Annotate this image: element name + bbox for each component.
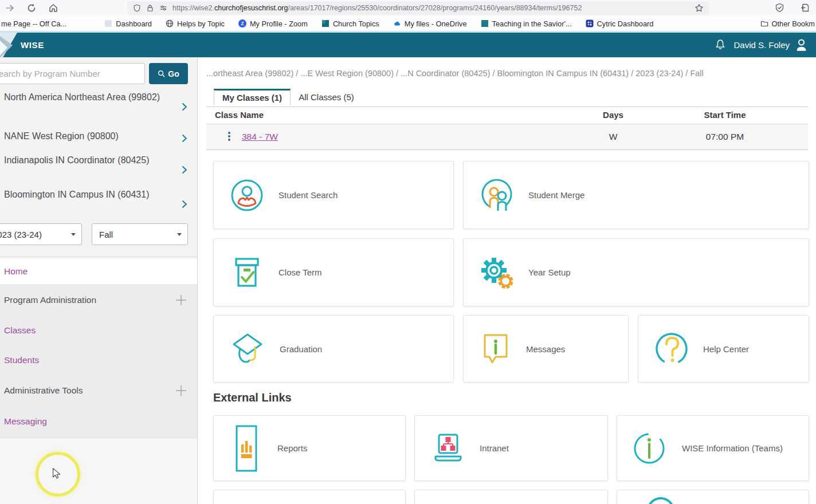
tab-all-classes[interactable]: All Classes (5) (291, 89, 362, 106)
chevron-right-icon (182, 200, 187, 208)
term-select-value: Fall (99, 230, 113, 239)
app-header: WISE David S. Foley (0, 33, 816, 57)
nav-item-label: Classes (0, 325, 36, 335)
app-teal-icon (481, 19, 489, 27)
card-help-center[interactable]: Help Center (638, 315, 809, 383)
notifications-bell-icon[interactable] (714, 38, 727, 51)
bookmark-helps-by-topic[interactable]: Helps by Topic (166, 19, 225, 28)
nav-item-label: Students (0, 355, 39, 365)
sidebar-item-program-administration[interactable]: Program Administration (0, 291, 198, 309)
plus-expand-icon[interactable] (175, 294, 187, 306)
user-name[interactable]: David S. Foley (733, 33, 790, 57)
tree-item-label: North America Northeast Area (99802) (0, 90, 170, 104)
bookmark-label: Dashboard (116, 19, 152, 28)
classes-table-header: Class Name Days Start Time (206, 108, 808, 124)
card-student-search[interactable]: Student Search (213, 161, 454, 229)
nav-item-label: Administrative Tools (0, 385, 83, 395)
tab-my-classes[interactable]: My Classes (1) (214, 89, 291, 105)
sidebar-item-classes[interactable]: Classes (0, 321, 198, 340)
row-start-time-value: 07:00 PM (691, 124, 759, 149)
column-start-time: Start Time (691, 108, 759, 123)
cytric-icon (586, 19, 594, 27)
sidebar-divider (0, 257, 198, 257)
bookmark-label: Teaching in the Savior'... (492, 19, 572, 28)
permissions-sliders-icon[interactable] (159, 4, 167, 12)
search-input[interactable] (0, 63, 145, 84)
reload-icon[interactable] (26, 3, 37, 13)
bookmark-label: Cytric Dashboard (597, 19, 654, 28)
bookmark-label: me Page -- Off Ca... (1, 19, 66, 28)
bookmarks-bar: me Page -- Off Ca... Dashboard Helps by … (0, 16, 816, 31)
card-messages[interactable]: Messages (463, 315, 629, 383)
browser-toolbar: https://wise2.churchofjesuschrist.org/ar… (0, 0, 816, 16)
bookmark-label: My Profile - Zoom (250, 19, 308, 28)
class-link[interactable]: 384 - 7W (242, 124, 278, 149)
bookmark-onedrive[interactable]: My files - OneDrive (393, 19, 467, 28)
go-label: Go (168, 69, 179, 78)
dashboard-icon (104, 19, 112, 27)
sidebar-item-messaging[interactable]: Messaging (0, 412, 198, 431)
tracking-shield-icon[interactable] (133, 4, 141, 12)
zoom-icon: Z (238, 19, 246, 27)
sidebar-item-students[interactable]: Students (0, 351, 198, 369)
sidebar-item-administrative-tools[interactable]: Administrative Tools (0, 381, 198, 400)
extension-page-icon[interactable] (800, 3, 810, 13)
user-avatar-icon[interactable] (794, 37, 809, 53)
caret-down-icon (177, 233, 182, 236)
home-icon[interactable] (48, 3, 58, 13)
sidebar-item-coordinator[interactable]: Indianapolis IN Coordinator (80425) (0, 153, 198, 186)
card-label: Student Merge (528, 190, 584, 200)
year-select[interactable]: 2023 (23-24) (0, 223, 82, 245)
sidebar-item-area[interactable]: North America Northeast Area (99802) (0, 90, 198, 123)
bookmark-label: My files - OneDrive (405, 19, 467, 28)
sidebar-footer-area (0, 438, 198, 504)
bookmark-teaching-savior[interactable]: Teaching in the Savior'... (481, 19, 572, 28)
bookmark-home-page[interactable]: me Page -- Off Ca... (1, 19, 66, 28)
card-partial-2[interactable] (414, 490, 608, 504)
intranet-icon (430, 431, 466, 466)
card-close-term[interactable]: Close Term (213, 238, 454, 306)
card-reports[interactable]: Reports (213, 415, 406, 481)
card-year-setup[interactable]: Year Setup (463, 238, 809, 306)
bookmark-zoom-profile[interactable]: Z My Profile - Zoom (238, 19, 308, 28)
breadcrumb[interactable]: ...ortheast Area (99802) / ...E West Reg… (206, 69, 704, 78)
messages-icon (478, 330, 513, 367)
url-text[interactable]: https://wise2.churchofjesuschrist.org/ar… (172, 4, 689, 12)
close-term-icon (229, 254, 265, 291)
card-intranet[interactable]: Intranet (414, 415, 608, 481)
folder-icon (760, 19, 768, 27)
card-graduation[interactable]: Graduation (213, 315, 454, 383)
row-menu-kebab-icon[interactable] (228, 132, 236, 142)
card-student-merge[interactable]: Student Merge (463, 161, 809, 229)
card-label: Messages (526, 344, 565, 354)
plus-expand-icon[interactable] (175, 384, 187, 397)
sidebar-item-home[interactable]: Home (0, 259, 198, 284)
sidebar-item-region[interactable]: NANE West Region (90800) (0, 129, 198, 147)
url-path: /areas/17017/regions/25530/coordinators/… (288, 4, 582, 12)
table-row[interactable]: 384 - 7W W 07:00 PM (206, 124, 808, 150)
bookmark-dashboard[interactable]: Dashboard (104, 19, 152, 28)
year-select-value: 2023 (23-24) (0, 230, 42, 239)
column-days: Days (584, 108, 642, 123)
app-title[interactable]: WISE (21, 33, 44, 57)
card-wise-information[interactable]: WISE Information (Teams) (617, 415, 809, 481)
search-go-button[interactable]: Go (149, 63, 188, 84)
main-content: ...ortheast Area (99802) / ...E West Reg… (198, 57, 816, 504)
bookmark-star-icon[interactable] (695, 3, 704, 13)
address-bar[interactable]: https://wise2.churchofjesuschrist.org/ar… (127, 1, 709, 15)
tab-strip: My Classes (1) All Classes (5) (206, 89, 808, 107)
external-links-title: External Links (213, 391, 292, 404)
account-shield-check-icon[interactable] (775, 3, 784, 13)
bookmark-church-topics[interactable]: Church Topics (321, 19, 379, 28)
other-bookmarks-label: Other Bookm (772, 19, 815, 28)
lock-icon[interactable] (146, 4, 154, 12)
card-partial-1[interactable] (213, 490, 406, 504)
sidebar-item-campus[interactable]: Bloomington IN Campus IN (60431) (0, 188, 198, 220)
card-partial-3[interactable] (617, 490, 809, 504)
card-label: Close Term (278, 267, 322, 277)
term-select[interactable]: Fall (92, 223, 188, 245)
other-bookmarks[interactable]: Other Bookm (760, 19, 815, 28)
chevron-right-icon (182, 103, 187, 111)
bookmark-cytric-dashboard[interactable]: Cytric Dashboard (586, 19, 654, 28)
forward-icon[interactable] (5, 3, 15, 13)
